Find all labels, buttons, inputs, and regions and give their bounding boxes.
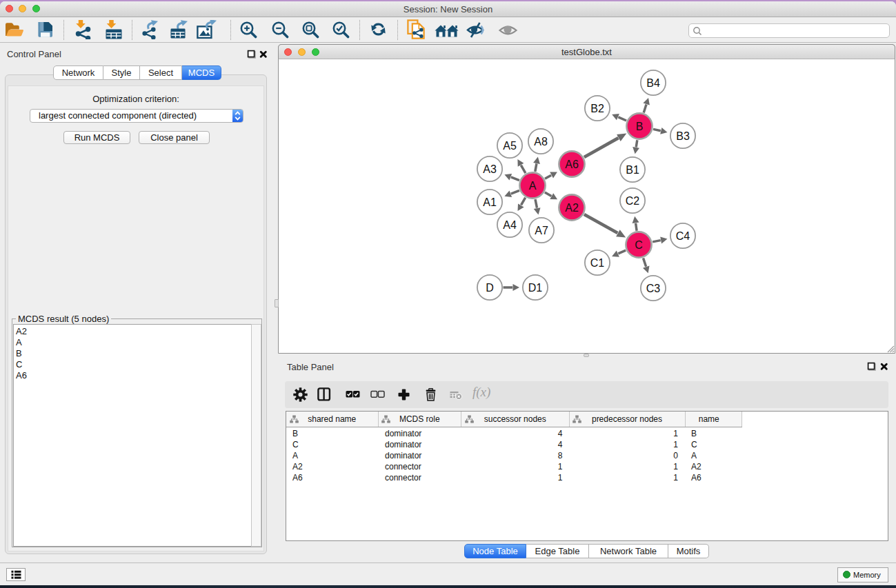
svg-text:B3: B3: [676, 130, 690, 142]
svg-text:C3: C3: [646, 283, 661, 294]
svg-text:C4: C4: [676, 230, 690, 242]
svg-text:A5: A5: [503, 140, 517, 152]
svg-text:A6: A6: [565, 159, 579, 170]
svg-text:B1: B1: [626, 164, 639, 176]
svg-text:A7: A7: [535, 225, 548, 236]
svg-text:B2: B2: [590, 103, 604, 114]
svg-text:C2: C2: [626, 195, 640, 207]
svg-text:A8: A8: [534, 136, 548, 148]
svg-text:A4: A4: [503, 219, 517, 231]
svg-text:B: B: [636, 121, 644, 132]
svg-text:D1: D1: [528, 282, 543, 294]
svg-text:B4: B4: [646, 77, 660, 89]
svg-text:C: C: [635, 239, 643, 251]
svg-text:A: A: [529, 180, 537, 192]
svg-text:C1: C1: [590, 257, 605, 269]
svg-text:A2: A2: [565, 202, 579, 214]
svg-text:D: D: [486, 282, 494, 294]
svg-text:A3: A3: [483, 163, 497, 175]
svg-text:A1: A1: [483, 196, 497, 208]
